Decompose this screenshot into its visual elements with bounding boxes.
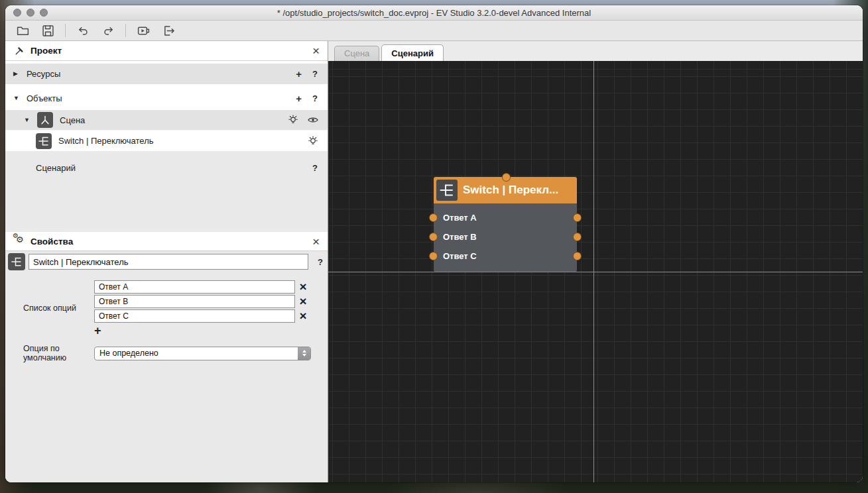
gears-icon: ⚙ ⚙ — [13, 235, 25, 247]
app-window: * /opt/studio_projects/switch_doc.evproj… — [5, 5, 863, 482]
node-option-label: Ответ B — [443, 232, 477, 242]
node-option-row: Ответ A — [434, 208, 577, 227]
collapse-triangle-icon[interactable]: ▼ — [13, 95, 20, 101]
run-player-icon[interactable] — [135, 23, 151, 38]
scene-tree-row[interactable]: ▼ Сцена — [5, 110, 328, 131]
switch-tree-row[interactable]: Switch | Переключатель — [5, 131, 328, 151]
switch-item-label: Switch | Переключатель — [58, 136, 300, 146]
project-panel-header: Проект × — [5, 41, 328, 61]
resources-label: Ресурсы — [27, 69, 287, 79]
export-exit-icon[interactable] — [160, 23, 176, 38]
scenario-section: Сценарий ? — [5, 151, 328, 232]
option-port-left[interactable] — [429, 252, 438, 260]
node-option-row: Ответ B — [434, 227, 577, 246]
switch-node[interactable]: Switch | Перекл... Ответ A Ответ B — [434, 177, 577, 272]
remove-option-button[interactable]: × — [295, 295, 311, 308]
lightbulb-icon[interactable] — [306, 135, 320, 148]
object-name-row: ? — [8, 253, 325, 270]
toolbar-separator — [125, 24, 126, 37]
eye-icon[interactable] — [306, 113, 320, 127]
window-title: * /opt/studio_projects/switch_doc.evproj… — [277, 8, 591, 18]
switch-node-header[interactable]: Switch | Перекл... — [434, 177, 577, 203]
name-help-button[interactable]: ? — [316, 257, 325, 267]
save-icon[interactable] — [40, 23, 56, 38]
remove-option-button[interactable]: × — [295, 309, 311, 323]
scene-label: Сцена — [60, 115, 280, 125]
scenario-label: Сценарий — [36, 163, 310, 173]
option-input[interactable] — [94, 309, 295, 323]
project-panel-title: Проект — [31, 46, 306, 56]
switch-node-icon — [36, 133, 52, 149]
option-port-left[interactable] — [429, 213, 438, 222]
toolbar-separator — [65, 24, 66, 37]
switch-node-title: Switch | Перекл... — [463, 184, 558, 197]
node-input-port[interactable] — [502, 173, 511, 182]
switch-node-icon — [436, 180, 458, 201]
canvas-tabbar: Сцена Сценарий — [328, 41, 863, 61]
options-list-block: Список опций × × × — [8, 280, 325, 336]
default-option-row: Опция по умолчанию Не определено — [8, 344, 325, 362]
properties-panel-title: Свойства — [31, 237, 306, 246]
tab-scenario[interactable]: Сценарий — [381, 44, 444, 61]
default-option-value: Не определено — [95, 349, 298, 358]
objects-section-row[interactable]: ▼ Объекты + ? — [5, 86, 328, 110]
option-input[interactable] — [94, 295, 295, 308]
node-option-label: Ответ A — [443, 213, 477, 223]
options-list-label: Список опций — [8, 303, 94, 313]
options-fields: × × × + — [94, 280, 311, 336]
properties-panel-header: ⚙ ⚙ Свойства × — [5, 232, 328, 251]
close-window-button[interactable] — [13, 9, 21, 17]
option-input[interactable] — [94, 280, 295, 294]
collapse-triangle-icon[interactable]: ▼ — [24, 117, 31, 123]
option-port-right[interactable] — [573, 252, 582, 260]
toolbar — [5, 21, 863, 41]
option-row: × — [94, 295, 311, 308]
object-name-input[interactable] — [29, 254, 308, 270]
option-row: × — [94, 280, 311, 294]
option-port-right[interactable] — [573, 213, 582, 222]
close-project-panel-button[interactable]: × — [311, 44, 321, 57]
tab-scene[interactable]: Сцена — [334, 46, 379, 61]
objects-label: Объекты — [27, 93, 287, 103]
properties-content: ? Список опций × × — [5, 251, 328, 482]
resources-section-row[interactable]: ▶ Ресурсы + ? — [5, 61, 328, 86]
minimize-window-button[interactable] — [27, 9, 34, 17]
switch-node-icon — [8, 253, 25, 270]
select-stepper-icon[interactable] — [298, 347, 310, 360]
collapse-triangle-icon[interactable]: ▶ — [13, 70, 20, 77]
add-option-button[interactable]: + — [94, 325, 107, 336]
remove-option-button[interactable]: × — [295, 280, 311, 294]
undo-icon[interactable] — [75, 23, 91, 38]
option-port-right[interactable] — [573, 233, 582, 241]
objects-help-button[interactable]: ? — [310, 93, 320, 103]
option-port-left[interactable] — [429, 233, 438, 241]
canvas-column: Сцена Сценарий Switch | Перекл... — [328, 41, 863, 482]
default-option-select[interactable]: Не определено — [94, 347, 311, 360]
titlebar: * /opt/studio_projects/switch_doc.evproj… — [5, 5, 863, 21]
scenario-canvas[interactable]: Switch | Перекл... Ответ A Ответ B — [328, 61, 863, 482]
redo-icon[interactable] — [100, 23, 116, 38]
option-row: × — [94, 309, 311, 323]
node-option-label: Ответ C — [443, 251, 477, 261]
left-panel: Проект × ▶ Ресурсы + ? ▼ Объекты + ? ▼ — [5, 41, 328, 482]
scenario-help-button[interactable]: ? — [310, 163, 320, 173]
hammer-icon — [13, 45, 25, 57]
zoom-window-button[interactable] — [40, 9, 48, 17]
close-properties-panel-button[interactable]: × — [311, 235, 321, 248]
scene-icon — [37, 112, 53, 128]
main-area: Проект × ▶ Ресурсы + ? ▼ Объекты + ? ▼ — [5, 41, 863, 482]
origin-axis-horizontal — [328, 272, 863, 272]
scenario-tree-row[interactable]: Сценарий ? — [5, 158, 328, 178]
node-option-row: Ответ C — [434, 246, 577, 266]
add-resource-button[interactable]: + — [294, 68, 304, 80]
traffic-lights — [13, 9, 48, 17]
lightbulb-icon[interactable] — [286, 113, 300, 127]
open-folder-icon[interactable] — [15, 23, 31, 38]
resources-help-button[interactable]: ? — [310, 69, 320, 79]
switch-node-body: Ответ A Ответ B Ответ C — [434, 203, 577, 272]
default-option-label: Опция по умолчанию — [8, 344, 94, 362]
add-object-button[interactable]: + — [294, 93, 304, 104]
